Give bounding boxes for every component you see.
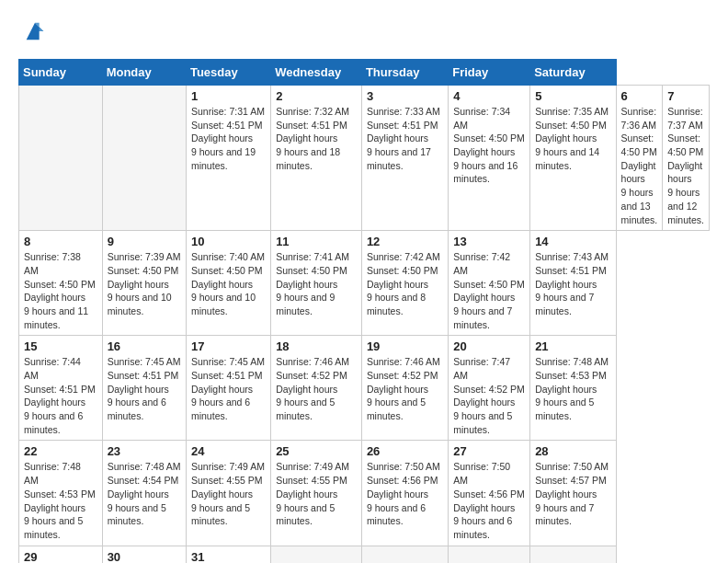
weekday-header-friday: Friday	[449, 60, 530, 86]
day-info: Sunrise: 7:33 AMSunset: 4:51 PMDaylight …	[367, 105, 443, 172]
calendar-week-4: 22Sunrise: 7:48 AMSunset: 4:53 PMDayligh…	[19, 441, 710, 546]
calendar-cell: 17Sunrise: 7:45 AMSunset: 4:51 PMDayligh…	[186, 336, 270, 441]
calendar-cell: 5Sunrise: 7:35 AMSunset: 4:50 PMDaylight…	[530, 86, 616, 231]
day-info: Sunrise: 7:38 AMSunset: 4:50 PMDaylight …	[24, 250, 97, 331]
day-number: 30	[108, 550, 181, 563]
logo	[18, 18, 48, 44]
calendar-cell: 24Sunrise: 7:49 AMSunset: 4:55 PMDayligh…	[186, 441, 270, 546]
day-info: Sunrise: 7:50 AMSunset: 4:57 PMDaylight …	[535, 460, 610, 527]
day-info: Sunrise: 7:49 AMSunset: 4:55 PMDaylight …	[191, 460, 266, 527]
day-info: Sunrise: 7:36 AMSunset: 4:50 PMDaylight …	[621, 105, 658, 226]
weekday-header-row: SundayMondayTuesdayWednesdayThursdayFrid…	[19, 60, 710, 86]
logo-icon	[22, 18, 48, 44]
day-info: Sunrise: 7:48 AMSunset: 4:53 PMDaylight …	[535, 355, 610, 422]
day-number: 6	[621, 89, 658, 103]
day-info: Sunrise: 7:50 AMSunset: 4:56 PMDaylight …	[453, 460, 525, 541]
calendar-week-5: 29Sunrise: 7:50 AMSunset: 4:58 PMDayligh…	[19, 546, 710, 563]
day-number: 18	[276, 339, 357, 353]
day-info: Sunrise: 7:49 AMSunset: 4:55 PMDaylight …	[276, 460, 357, 527]
calendar-cell: 2Sunrise: 7:32 AMSunset: 4:51 PMDaylight…	[271, 86, 362, 231]
calendar-cell	[530, 546, 616, 563]
weekday-header-thursday: Thursday	[361, 60, 448, 86]
calendar-cell: 1Sunrise: 7:31 AMSunset: 4:51 PMDaylight…	[186, 86, 270, 231]
weekday-header-monday: Monday	[102, 60, 186, 86]
day-info: Sunrise: 7:35 AMSunset: 4:50 PMDaylight …	[535, 105, 610, 172]
day-number: 16	[108, 339, 181, 353]
calendar-cell: 31Sunrise: 7:51 AMSunset: 5:00 PMDayligh…	[186, 546, 270, 563]
calendar-cell: 20Sunrise: 7:47 AMSunset: 4:52 PMDayligh…	[449, 336, 530, 441]
calendar-cell: 3Sunrise: 7:33 AMSunset: 4:51 PMDaylight…	[361, 86, 448, 231]
calendar-cell	[361, 546, 448, 563]
day-info: Sunrise: 7:37 AMSunset: 4:50 PMDaylight …	[667, 105, 704, 226]
day-info: Sunrise: 7:46 AMSunset: 4:52 PMDaylight …	[276, 355, 357, 422]
calendar-cell: 12Sunrise: 7:42 AMSunset: 4:50 PMDayligh…	[361, 231, 448, 336]
calendar-cell: 16Sunrise: 7:45 AMSunset: 4:51 PMDayligh…	[102, 336, 186, 441]
day-number: 9	[108, 235, 181, 248]
day-number: 11	[276, 235, 357, 248]
calendar-week-2: 8Sunrise: 7:38 AMSunset: 4:50 PMDaylight…	[19, 231, 710, 336]
day-info: Sunrise: 7:45 AMSunset: 4:51 PMDaylight …	[108, 355, 181, 422]
day-info: Sunrise: 7:45 AMSunset: 4:51 PMDaylight …	[191, 355, 266, 422]
day-number: 3	[367, 89, 443, 103]
day-number: 13	[453, 235, 525, 248]
day-info: Sunrise: 7:34 AMSunset: 4:50 PMDaylight …	[453, 105, 525, 186]
day-number: 22	[24, 444, 97, 458]
day-info: Sunrise: 7:48 AMSunset: 4:54 PMDaylight …	[108, 460, 181, 527]
day-number: 4	[453, 89, 525, 103]
day-info: Sunrise: 7:46 AMSunset: 4:52 PMDaylight …	[367, 355, 443, 422]
calendar-cell: 26Sunrise: 7:50 AMSunset: 4:56 PMDayligh…	[361, 441, 448, 546]
day-number: 23	[108, 444, 181, 458]
calendar-cell: 9Sunrise: 7:39 AMSunset: 4:50 PMDaylight…	[102, 231, 186, 336]
day-info: Sunrise: 7:42 AMSunset: 4:50 PMDaylight …	[367, 250, 443, 317]
day-info: Sunrise: 7:39 AMSunset: 4:50 PMDaylight …	[108, 250, 181, 317]
day-number: 28	[535, 444, 610, 458]
day-number: 31	[191, 550, 266, 563]
calendar-cell: 27Sunrise: 7:50 AMSunset: 4:56 PMDayligh…	[449, 441, 530, 546]
calendar-cell: 18Sunrise: 7:46 AMSunset: 4:52 PMDayligh…	[271, 336, 362, 441]
day-info: Sunrise: 7:44 AMSunset: 4:51 PMDaylight …	[24, 355, 97, 436]
weekday-header-saturday: Saturday	[530, 60, 616, 86]
calendar-cell	[19, 86, 103, 231]
calendar-cell: 11Sunrise: 7:41 AMSunset: 4:50 PMDayligh…	[271, 231, 362, 336]
day-number: 19	[367, 339, 443, 353]
day-number: 7	[667, 89, 704, 103]
day-number: 20	[453, 339, 525, 353]
day-number: 8	[24, 235, 97, 248]
calendar-cell: 30Sunrise: 7:51 AMSunset: 4:59 PMDayligh…	[102, 546, 186, 563]
calendar-cell: 25Sunrise: 7:49 AMSunset: 4:55 PMDayligh…	[271, 441, 362, 546]
weekday-header-wednesday: Wednesday	[271, 60, 362, 86]
calendar-cell: 28Sunrise: 7:50 AMSunset: 4:57 PMDayligh…	[530, 441, 616, 546]
day-number: 25	[276, 444, 357, 458]
calendar-cell	[102, 86, 186, 231]
day-info: Sunrise: 7:47 AMSunset: 4:52 PMDaylight …	[453, 355, 525, 436]
day-number: 15	[24, 339, 97, 353]
day-number: 10	[191, 235, 266, 248]
day-number: 29	[24, 550, 97, 563]
calendar-cell: 6Sunrise: 7:36 AMSunset: 4:50 PMDaylight…	[616, 86, 663, 231]
calendar-table: SundayMondayTuesdayWednesdayThursdayFrid…	[18, 59, 710, 563]
day-number: 27	[453, 444, 525, 458]
calendar-cell: 4Sunrise: 7:34 AMSunset: 4:50 PMDaylight…	[449, 86, 530, 231]
calendar-cell: 22Sunrise: 7:48 AMSunset: 4:53 PMDayligh…	[19, 441, 103, 546]
day-number: 24	[191, 444, 266, 458]
calendar-week-1: 1Sunrise: 7:31 AMSunset: 4:51 PMDaylight…	[19, 86, 710, 231]
day-info: Sunrise: 7:43 AMSunset: 4:51 PMDaylight …	[535, 250, 610, 317]
day-info: Sunrise: 7:50 AMSunset: 4:56 PMDaylight …	[367, 460, 443, 527]
calendar-cell: 23Sunrise: 7:48 AMSunset: 4:54 PMDayligh…	[102, 441, 186, 546]
day-number: 12	[367, 235, 443, 248]
calendar-cell	[271, 546, 362, 563]
calendar-cell: 19Sunrise: 7:46 AMSunset: 4:52 PMDayligh…	[361, 336, 448, 441]
day-info: Sunrise: 7:32 AMSunset: 4:51 PMDaylight …	[276, 105, 357, 172]
day-info: Sunrise: 7:31 AMSunset: 4:51 PMDaylight …	[191, 105, 266, 172]
day-info: Sunrise: 7:48 AMSunset: 4:53 PMDaylight …	[24, 460, 97, 541]
day-number: 21	[535, 339, 610, 353]
calendar-cell: 8Sunrise: 7:38 AMSunset: 4:50 PMDaylight…	[19, 231, 103, 336]
day-number: 1	[191, 89, 266, 103]
day-info: Sunrise: 7:41 AMSunset: 4:50 PMDaylight …	[276, 250, 357, 317]
day-number: 14	[535, 235, 610, 248]
calendar-cell: 15Sunrise: 7:44 AMSunset: 4:51 PMDayligh…	[19, 336, 103, 441]
day-number: 2	[276, 89, 357, 103]
calendar-cell: 14Sunrise: 7:43 AMSunset: 4:51 PMDayligh…	[530, 231, 616, 336]
calendar-cell: 13Sunrise: 7:42 AMSunset: 4:50 PMDayligh…	[449, 231, 530, 336]
calendar-cell: 7Sunrise: 7:37 AMSunset: 4:50 PMDaylight…	[663, 86, 710, 231]
